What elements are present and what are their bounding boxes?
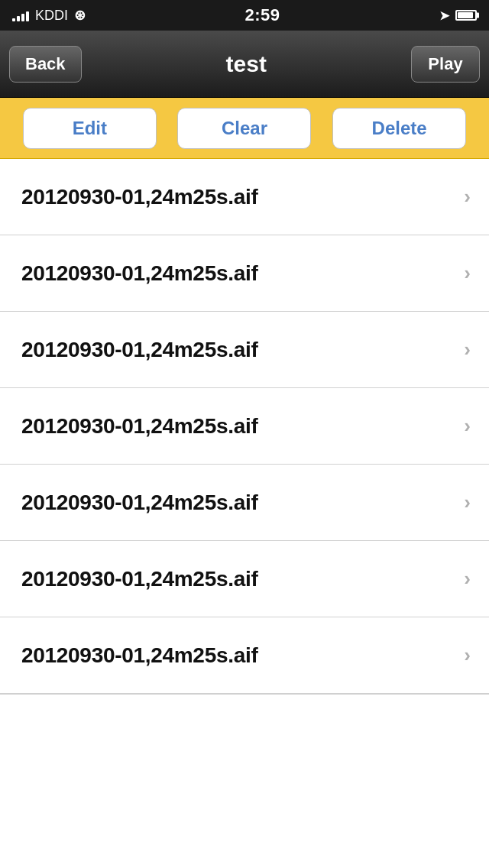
list-item-filename: 20120930-01,24m25s.aif: [21, 414, 257, 439]
carrier-label: KDDI: [35, 8, 68, 24]
list-item[interactable]: 20120930-01,24m25s.aif›: [0, 235, 489, 312]
list-item[interactable]: 20120930-01,24m25s.aif›: [0, 312, 489, 388]
status-left: KDDI ⊛: [12, 7, 86, 24]
edit-button[interactable]: Edit: [23, 108, 157, 149]
clear-button[interactable]: Clear: [177, 108, 311, 149]
wifi-icon: ⊛: [74, 7, 86, 24]
chevron-right-icon: ›: [464, 185, 471, 209]
list-item[interactable]: 20120930-01,24m25s.aif›: [0, 388, 489, 465]
list-item[interactable]: 20120930-01,24m25s.aif›: [0, 617, 489, 694]
chevron-right-icon: ›: [464, 261, 471, 285]
list-item-filename: 20120930-01,24m25s.aif: [21, 567, 257, 591]
location-icon: ➤: [439, 8, 449, 23]
status-bar: KDDI ⊛ 2:59 ➤: [0, 0, 489, 31]
back-button[interactable]: Back: [9, 46, 82, 83]
list-item-filename: 20120930-01,24m25s.aif: [21, 491, 257, 515]
list-item-filename: 20120930-01,24m25s.aif: [21, 185, 257, 209]
status-right: ➤: [439, 8, 477, 23]
list-item-filename: 20120930-01,24m25s.aif: [21, 643, 257, 668]
chevron-right-icon: ›: [464, 414, 471, 438]
chevron-right-icon: ›: [464, 643, 471, 667]
list-item[interactable]: 20120930-01,24m25s.aif›: [0, 159, 489, 235]
page-title: test: [82, 51, 411, 77]
chevron-right-icon: ›: [464, 338, 471, 361]
empty-area: [0, 694, 489, 862]
battery-icon: [455, 10, 477, 21]
list-item-filename: 20120930-01,24m25s.aif: [21, 338, 257, 362]
list-item[interactable]: 20120930-01,24m25s.aif›: [0, 541, 489, 617]
play-button[interactable]: Play: [411, 46, 480, 83]
file-list: 20120930-01,24m25s.aif›20120930-01,24m25…: [0, 159, 489, 694]
status-time: 2:59: [244, 5, 280, 25]
chevron-right-icon: ›: [464, 567, 471, 591]
signal-icon: [12, 9, 29, 21]
nav-bar: Back test Play: [0, 31, 489, 98]
toolbar: Edit Clear Delete: [0, 98, 489, 159]
list-item[interactable]: 20120930-01,24m25s.aif›: [0, 465, 489, 541]
chevron-right-icon: ›: [464, 491, 471, 514]
delete-button[interactable]: Delete: [332, 108, 466, 149]
list-item-filename: 20120930-01,24m25s.aif: [21, 261, 257, 286]
